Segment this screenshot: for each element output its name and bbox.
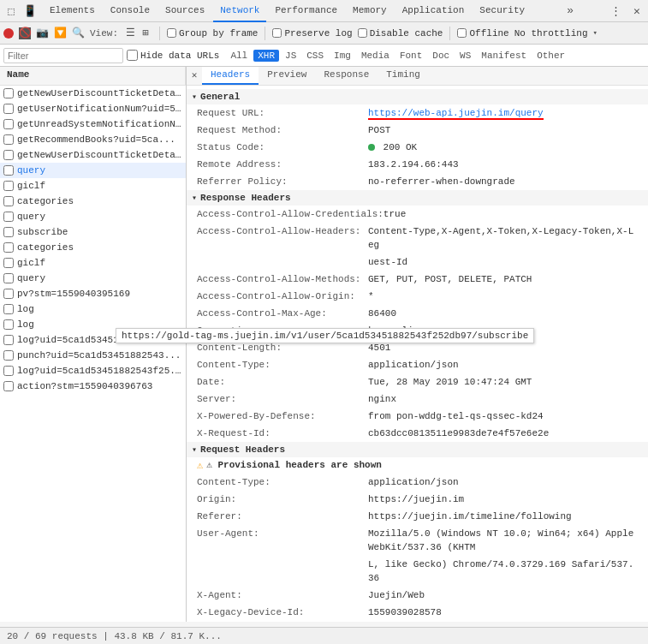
tab-performance[interactable]: Performance [268,0,344,22]
search-icon[interactable]: 🔍 [72,27,85,39]
request-checkbox[interactable] [3,134,14,145]
throttle-dropdown-arrow[interactable]: ▾ [593,28,597,38]
clear-button[interactable]: 🚫 [19,27,31,39]
request-item[interactable]: getUserNotificationNum?uid=5... [0,101,186,116]
close-detail-icon[interactable]: ✕ [187,67,202,82]
screenshot-icon[interactable]: 📷 [36,27,49,39]
request-checkbox[interactable] [3,273,14,283]
request-item[interactable]: categories [0,194,186,209]
tab-memory[interactable]: Memory [346,0,394,22]
request-checkbox[interactable] [3,289,14,299]
request-headers-section-header[interactable]: ▾ Request Headers [187,442,648,457]
status-green-dot [368,144,375,151]
filter-tab-doc[interactable]: Doc [428,50,454,62]
request-item[interactable]: pv?stm=1559040395169 [0,286,186,301]
request-item[interactable]: query [0,209,186,224]
filter-bar: Hide data URLs All XHR JS CSS Img Media … [0,45,648,67]
request-item[interactable]: getUnreadSystemNotificationN... [0,116,186,132]
filter-tab-other[interactable]: Other [532,50,569,62]
request-checkbox[interactable] [3,181,14,191]
request-checkbox[interactable] [3,227,14,237]
request-item[interactable]: getRecommendBooks?uid=5ca... [0,132,186,147]
response-headers-section-header[interactable]: ▾ Response Headers [187,190,648,206]
request-checkbox[interactable] [3,196,14,206]
resp-value: from pon-wddg-tel-qs-qssec-kd24 [368,409,638,423]
filter-tab-media[interactable]: Media [357,50,394,62]
device-icon[interactable]: 📱 [22,3,38,19]
filter-tab-all[interactable]: All [226,50,252,62]
detail-tab-headers[interactable]: Headers [202,67,259,85]
request-item[interactable]: log?uid=5ca1d53451882543f25... [0,363,186,379]
group-by-frame-label[interactable]: Group by frame [167,28,258,39]
request-checkbox[interactable] [3,366,14,376]
request-checkbox[interactable] [3,304,14,314]
tab-security[interactable]: Security [473,0,532,22]
preserve-log-label[interactable]: Preserve log [272,28,352,39]
close-icon[interactable]: ✕ [629,3,645,19]
detail-tab-response[interactable]: Response [315,67,378,85]
request-item[interactable]: getNewUserDiscountTicketDeta... [0,147,186,163]
disable-cache-checkbox[interactable] [358,28,367,38]
request-checkbox[interactable] [3,242,14,253]
request-checkbox[interactable] [3,150,14,160]
request-checkbox[interactable] [3,319,14,330]
record-button[interactable] [3,28,14,39]
filter-tab-xhr[interactable]: XHR [253,50,279,62]
request-checkbox[interactable] [3,335,14,345]
disable-cache-label[interactable]: Disable cache [358,28,443,39]
request-checkbox[interactable] [3,350,14,361]
tab-application[interactable]: Application [395,0,472,22]
general-section-header[interactable]: ▾ General [187,89,648,104]
resp-value: true [383,207,638,221]
request-item[interactable]: subscribe [0,224,186,240]
offline-checkbox[interactable] [457,28,467,38]
request-item[interactable]: action?stm=1559040396763 [0,379,186,394]
filter-tab-css[interactable]: CSS [302,50,328,62]
filter-tab-manifest[interactable]: Manifest [477,50,531,62]
detail-tab-timing[interactable]: Timing [378,67,429,85]
tab-console[interactable]: Console [104,0,157,22]
request-checkbox[interactable] [3,88,14,98]
filter-tab-font[interactable]: Font [395,50,426,62]
request-item-selected[interactable]: query [0,163,186,178]
request-method-key: Request Method: [197,123,368,137]
request-checkbox[interactable] [3,381,14,391]
req-value-cont: L, like Gecko) Chrome/74.0.3729.169 Safa… [368,558,638,585]
filter-icon[interactable]: 🔽 [54,27,67,39]
filter-tab-ws[interactable]: WS [455,50,475,62]
list-view-icon[interactable]: ☰ [123,27,137,40]
filter-tab-img[interactable]: Img [330,50,355,62]
request-item[interactable]: log [0,301,186,317]
preserve-log-checkbox[interactable] [272,28,282,38]
request-item[interactable]: getNewUserDiscountTicketDeta... [0,86,186,101]
tab-network[interactable]: Network [213,0,266,22]
request-checkbox[interactable] [3,119,14,129]
hide-data-urls-label[interactable]: Hide data URLs [127,50,219,61]
request-item[interactable]: query [0,271,186,286]
request-checkbox[interactable] [3,212,14,222]
inspect-icon[interactable]: ⬚ [3,3,19,19]
request-item[interactable]: giclf [0,178,186,194]
request-url-link[interactable]: https://web-api.juejin.im/query [368,108,544,120]
tab-elements[interactable]: Elements [43,0,102,22]
request-url-value[interactable]: https://web-api.juejin.im/query [368,106,638,120]
request-name: log [17,304,182,314]
request-item[interactable]: categories [0,240,186,255]
request-item[interactable]: punch?uid=5ca1d53451882543... [0,348,186,363]
more-tabs-icon[interactable]: » [562,3,578,19]
resp-header-max-age: Access-Control-Max-Age: 86400 [187,305,648,322]
request-checkbox[interactable] [3,104,14,114]
request-item[interactable]: giclf [0,255,186,271]
request-checkbox[interactable] [3,165,14,176]
filter-input[interactable] [3,48,123,63]
detail-tab-preview[interactable]: Preview [259,67,315,85]
filter-tab-js[interactable]: JS [281,50,300,62]
offline-label[interactable]: Offline [457,28,508,39]
group-by-frame-checkbox[interactable] [167,28,176,38]
hide-data-urls-checkbox[interactable] [127,50,138,61]
request-checkbox[interactable] [3,258,14,268]
grid-view-icon[interactable]: ⊞ [139,27,152,40]
settings-icon[interactable]: ⋮ [609,3,624,19]
tab-sources[interactable]: Sources [158,0,211,22]
request-name: query [17,165,182,176]
